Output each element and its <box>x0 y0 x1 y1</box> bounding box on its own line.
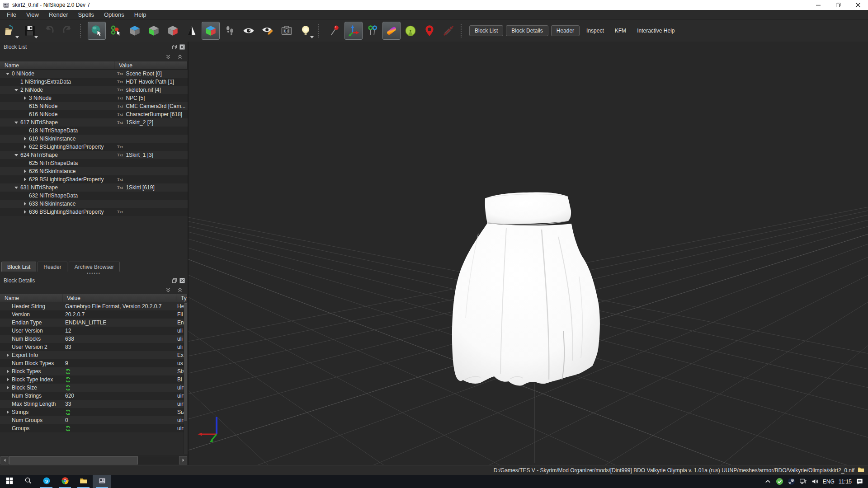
dropdown-arrow-icon[interactable] <box>310 36 314 38</box>
detail-value-cell[interactable] <box>62 408 176 416</box>
scroll-up-icon[interactable] <box>177 287 183 293</box>
block-list-row[interactable]: 2 NiNodeTxtskeleton.nif [4] <box>0 86 188 94</box>
expand-arrow-icon[interactable] <box>4 386 12 389</box>
block-details-row[interactable]: Export InfoEx <box>0 351 188 359</box>
scrollbar-track[interactable] <box>9 456 179 465</box>
scroll-right-icon[interactable] <box>179 456 187 465</box>
block-list-row[interactable]: 631 NiTriShapeTxt1Skirtl [619] <box>0 183 188 192</box>
node-pins-button[interactable] <box>363 22 382 40</box>
expand-arrow-icon[interactable] <box>12 89 20 91</box>
security-check-icon[interactable] <box>776 478 783 485</box>
view-side-button[interactable] <box>164 22 182 40</box>
detail-value-cell[interactable]: 12 <box>62 327 176 335</box>
view-front-button[interactable] <box>145 22 163 40</box>
expand-arrow-icon[interactable] <box>4 378 12 381</box>
block-details-row[interactable]: Num Blocks638uli <box>0 335 188 343</box>
block-list-row[interactable]: 633 NiSkinInstance <box>0 200 188 208</box>
start-taskbar-button[interactable] <box>0 475 19 488</box>
float-panel-icon[interactable] <box>172 44 177 50</box>
expand-arrow-icon[interactable] <box>4 410 12 414</box>
language-indicator[interactable]: ENG <box>823 479 835 485</box>
detail-value-cell[interactable] <box>62 367 176 375</box>
havok-capsule-button[interactable] <box>382 22 401 40</box>
detail-value-cell[interactable]: 20.2.0.7 <box>62 310 176 319</box>
toolbar-button-interactive-help[interactable]: Interactive Help <box>633 26 679 36</box>
scroll-down-icon[interactable] <box>165 287 171 293</box>
expand-arrow-icon[interactable] <box>4 353 12 357</box>
block-details-row[interactable]: StringsSiz <box>0 408 188 416</box>
float-panel-icon[interactable] <box>172 278 177 283</box>
select-vertex-button[interactable] <box>107 22 125 40</box>
no-edit-button[interactable] <box>439 22 458 40</box>
axes-button[interactable] <box>344 22 363 40</box>
view-top-button[interactable] <box>126 22 144 40</box>
network-icon[interactable] <box>799 478 807 485</box>
block-list-row[interactable]: 1 NiStringsExtraDataTxtHDT Havok Path [1… <box>0 78 188 86</box>
scroll-down-icon[interactable] <box>165 54 171 60</box>
detail-value-cell[interactable]: 9 <box>62 359 176 367</box>
expand-arrow-icon[interactable] <box>21 210 29 214</box>
detail-value-cell[interactable]: ENDIAN_LITTLE <box>62 319 176 327</box>
nifskope-taskbar-button[interactable] <box>93 475 111 488</box>
scroll-up-icon[interactable] <box>177 54 183 60</box>
expand-arrow-icon[interactable] <box>21 137 29 141</box>
block-list-row[interactable]: 622 BSLightingShaderPropertyTxt <box>0 143 188 151</box>
menu-spells[interactable]: Spells <box>73 10 99 19</box>
detail-value-cell[interactable] <box>62 351 176 359</box>
close-panel-icon[interactable] <box>179 44 185 50</box>
block-details-row[interactable]: Num Strings620uin <box>0 392 188 400</box>
select-sphere-button[interactable] <box>88 22 106 40</box>
detail-value-cell[interactable]: 638 <box>62 335 176 343</box>
edit-eye-button[interactable] <box>259 22 277 40</box>
walk-mode-button[interactable] <box>221 22 239 40</box>
vertical-scrollbar[interactable] <box>184 303 188 454</box>
close-panel-icon[interactable] <box>179 278 185 283</box>
detail-value-cell[interactable]: 620 <box>62 392 176 400</box>
block-details-row[interactable]: Endian TypeENDIAN_LITTLEEn <box>0 319 188 327</box>
volume-icon[interactable] <box>811 478 819 485</box>
detail-value-cell[interactable] <box>62 424 176 432</box>
lighting-bulb-button[interactable] <box>297 22 315 40</box>
flip-view-button[interactable] <box>183 22 201 40</box>
expand-arrow-icon[interactable] <box>21 202 29 206</box>
skype-taskbar-button[interactable]: S <box>37 475 56 488</box>
scroll-left-icon[interactable] <box>0 456 9 465</box>
toolbar-button-kfm[interactable]: KFM <box>611 26 630 36</box>
scrollbar-thumb[interactable] <box>9 456 138 465</box>
toolbar-button-header[interactable]: Header <box>551 25 580 36</box>
block-list-row[interactable]: 3 NiNodeTxtNPC [5] <box>0 94 188 102</box>
menu-help[interactable]: Help <box>129 10 151 19</box>
expand-arrow-icon[interactable] <box>21 169 29 173</box>
block-details-row[interactable]: User Version 283uli <box>0 343 188 351</box>
close-button[interactable] <box>848 0 868 10</box>
explorer-taskbar-button[interactable] <box>74 475 93 488</box>
dropdown-arrow-icon[interactable] <box>15 36 19 38</box>
minimize-button[interactable] <box>808 0 828 10</box>
tray-expand-icon[interactable] <box>764 478 772 485</box>
detail-value-cell[interactable]: 0 <box>62 416 176 424</box>
detail-value-cell[interactable]: 83 <box>62 343 176 351</box>
block-details-row[interactable]: User Version12uli <box>0 327 188 335</box>
expand-arrow-icon[interactable] <box>21 96 29 100</box>
clock[interactable]: 11:15 <box>839 479 852 485</box>
block-list-row[interactable]: 619 NiSkinInstance <box>0 135 188 143</box>
toolbar-button-block-list[interactable]: Block List <box>469 25 503 36</box>
detail-value-cell[interactable]: 33 <box>62 400 176 408</box>
marker-button[interactable] <box>420 22 439 40</box>
column-header-name[interactable]: Name <box>0 294 62 302</box>
block-list-row[interactable]: 0 NiNodeTxtScene Root [0] <box>0 70 188 78</box>
detail-value-cell[interactable] <box>62 375 176 384</box>
textured-cube-button[interactable] <box>202 22 220 40</box>
steam-icon[interactable] <box>788 478 795 485</box>
open-button[interactable] <box>2 22 20 40</box>
chrome-taskbar-button[interactable] <box>56 475 74 488</box>
expand-arrow-icon[interactable] <box>4 73 12 75</box>
menu-file[interactable]: File <box>2 10 21 19</box>
block-details-row[interactable]: Block TypesSiz <box>0 367 188 375</box>
scrollbar-thumb[interactable] <box>184 303 187 421</box>
dropdown-arrow-icon[interactable] <box>34 36 38 38</box>
screenshot-button[interactable]: O <box>278 22 296 40</box>
dock-splitter-handle[interactable]: •••••• <box>0 272 188 275</box>
save-button[interactable] <box>21 22 39 40</box>
detail-value-cell[interactable] <box>62 384 176 392</box>
